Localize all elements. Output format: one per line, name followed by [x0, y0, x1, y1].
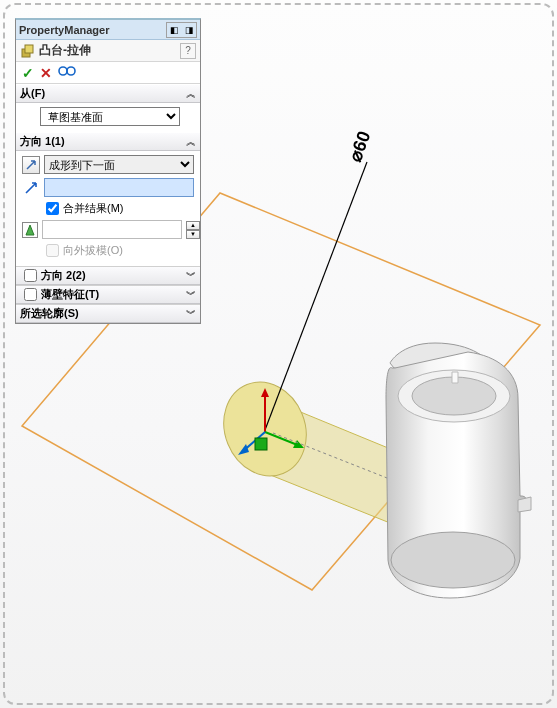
spinner-up-icon[interactable]: ▲ — [186, 221, 200, 230]
svg-rect-19 — [25, 45, 33, 53]
reverse-direction-button[interactable] — [22, 156, 40, 174]
svg-point-20 — [59, 67, 67, 75]
svg-point-17 — [391, 532, 515, 588]
direction-vector-icon[interactable] — [22, 179, 40, 197]
cancel-button[interactable]: ✕ — [40, 65, 52, 81]
expand-icon: ︾ — [186, 269, 196, 283]
ok-button[interactable]: ✓ — [22, 65, 34, 81]
section-dir2-header[interactable]: 方向 2(2) ︾ — [16, 266, 200, 285]
section-contours-header[interactable]: 所选轮廓(S) ︾ — [16, 304, 200, 323]
property-manager-panel: PropertyManager ◧ ◨ 凸台-拉伸 ? ✓ ✕ 从(F) ︽ 草… — [15, 18, 201, 324]
svg-line-2 — [265, 162, 367, 430]
merge-result-row[interactable]: 合并结果(M) — [46, 201, 194, 216]
feature-title: 凸台-拉伸 — [39, 42, 180, 59]
collapse-icon: ︽ — [186, 87, 196, 101]
section-dir1-header[interactable]: 方向 1(1) ︽ — [16, 132, 200, 151]
expand-icon: ︾ — [186, 288, 196, 302]
section-dir1-body: 成形到下一面 合并结果(M) ▲ ▼ 向外拔模(O) — [16, 151, 200, 266]
property-manager-titlebar: PropertyManager ◧ ◨ — [16, 20, 200, 40]
end-condition-select[interactable]: 成形到下一面 — [44, 155, 194, 174]
collapse-icon: ︽ — [186, 135, 196, 149]
svg-rect-10 — [255, 438, 267, 450]
draft-angle-input[interactable] — [42, 220, 182, 239]
draft-icon[interactable] — [22, 222, 38, 238]
merge-result-checkbox[interactable] — [46, 202, 59, 215]
extrude-boss-icon — [20, 43, 36, 59]
svg-point-21 — [67, 67, 75, 75]
section-from-header[interactable]: 从(F) ︽ — [16, 84, 200, 103]
pin-prev-icon[interactable]: ◧ — [167, 23, 181, 37]
pin-buttons[interactable]: ◧ ◨ — [166, 22, 197, 38]
section-thin-header[interactable]: 薄壁特征(T) ︾ — [16, 285, 200, 304]
part-body — [386, 343, 531, 598]
help-button[interactable]: ? — [180, 43, 196, 59]
pin-next-icon[interactable]: ◨ — [182, 23, 196, 37]
property-manager-title: PropertyManager — [19, 24, 109, 36]
detailed-preview-button[interactable] — [58, 64, 76, 81]
draft-spinner[interactable]: ▲ ▼ — [186, 221, 200, 239]
thin-enable-checkbox[interactable] — [24, 288, 37, 301]
from-condition-select[interactable]: 草图基准面 — [40, 107, 180, 126]
draft-outward-checkbox — [46, 244, 59, 257]
section-from-body: 草图基准面 — [16, 103, 200, 132]
action-row: ✓ ✕ — [16, 62, 200, 84]
draft-outward-row: 向外拔模(O) — [46, 243, 194, 258]
svg-text:⌀60: ⌀60 — [345, 128, 374, 164]
feature-header: 凸台-拉伸 ? — [16, 40, 200, 62]
dir2-enable-checkbox[interactable] — [24, 269, 37, 282]
direction-reference-input[interactable] — [44, 178, 194, 197]
spinner-down-icon[interactable]: ▼ — [186, 230, 200, 239]
expand-icon: ︾ — [186, 307, 196, 321]
